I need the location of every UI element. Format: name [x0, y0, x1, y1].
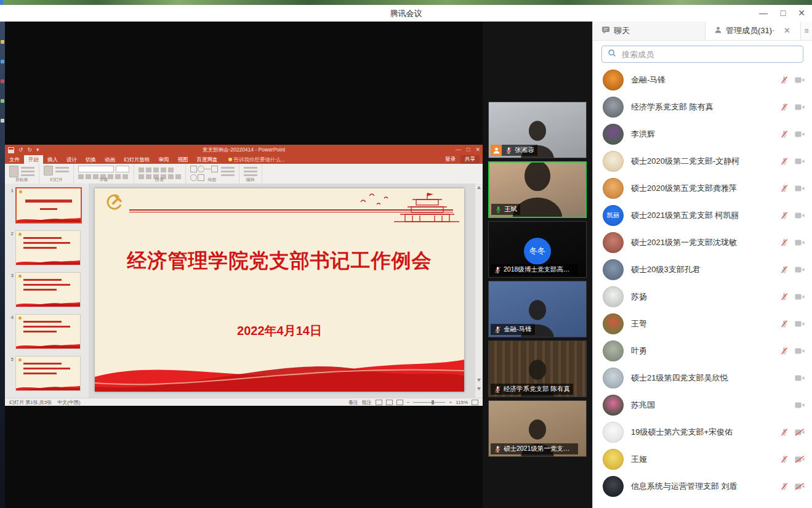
mic-muted-icon[interactable] [780, 428, 789, 437]
ribbon-group-1[interactable]: 幻灯片 [39, 164, 74, 183]
mic-muted-icon[interactable] [780, 320, 789, 328]
member-row[interactable]: 硕士2020级第五党支部龚雅萍 [593, 175, 812, 202]
more-options-icon[interactable]: ⋯ [766, 22, 776, 40]
slide-scrollbar[interactable] [475, 183, 483, 398]
slide-thumbnail-4[interactable] [15, 314, 81, 349]
video-tile-4[interactable]: 金融-马锋 [488, 281, 587, 337]
mic-muted-icon[interactable] [780, 130, 789, 139]
camera-off-icon[interactable] [795, 293, 805, 300]
camera-off-icon[interactable] [795, 158, 805, 165]
ppt-tab-file[interactable]: 文件 [5, 155, 24, 164]
panel-menu-strip[interactable]: ≡ [800, 22, 812, 40]
mic-muted-icon[interactable] [780, 157, 789, 166]
tab-chat[interactable]: 聊天 [593, 22, 705, 40]
zoom-in-icon[interactable]: + [449, 400, 452, 405]
camera-off-icon[interactable] [795, 239, 805, 246]
mic-muted-icon[interactable] [780, 292, 789, 301]
slide-thumbnail-5[interactable] [15, 356, 81, 391]
member-row[interactable]: 王娅 [593, 446, 812, 473]
camera-off-icon[interactable] [795, 320, 805, 328]
mic-muted-icon[interactable] [780, 265, 789, 274]
member-list[interactable]: 金融-马锋 经济学系党支部 陈有真 李洪辉 硕士2020级 [593, 65, 812, 500]
ppt-tab-9[interactable]: 百度网盘 [193, 155, 222, 164]
ppt-tab-1[interactable]: 开始 [24, 155, 43, 164]
mic-muted-icon[interactable] [780, 103, 789, 111]
camera-off-icon[interactable] [795, 347, 805, 355]
ppt-tab-7[interactable]: 审阅 [155, 155, 174, 164]
ribbon-group-0[interactable]: 剪贴板 [5, 164, 39, 183]
hamburger-icon[interactable]: ≡ [804, 26, 808, 35]
camera-off-icon[interactable] [795, 131, 805, 138]
member-row[interactable]: 硕士20级3支部孔君 [593, 256, 812, 283]
video-tile-2[interactable]: 王斌 [488, 161, 587, 218]
member-row[interactable]: 信息系统与运营管理支部 刘盾 [593, 473, 812, 500]
camera-off-icon[interactable] [795, 76, 805, 84]
reading-view-icon[interactable] [396, 400, 403, 405]
slide-sorter-view-icon[interactable] [386, 400, 393, 405]
member-row[interactable]: 苏扬 [593, 283, 812, 310]
mic-muted-icon[interactable] [780, 211, 789, 220]
tab-members[interactable]: 管理成员(31) ⋯ ✕ [705, 22, 800, 40]
ribbon-group-5[interactable]: 编辑 [239, 164, 262, 183]
camera-muted-icon[interactable] [795, 429, 805, 436]
camera-off-icon[interactable] [795, 401, 805, 409]
member-row[interactable]: 19级硕士第六党支部+宋俊佑 [593, 419, 812, 446]
member-row[interactable]: 凯丽 硕士2021级第五党支部 柯凯丽 [593, 202, 812, 229]
camera-off-icon[interactable] [795, 212, 805, 219]
ppt-tab-6[interactable]: 幻灯片放映 [119, 155, 155, 164]
ribbon-group-4[interactable]: 绘图 [186, 164, 239, 183]
camera-muted-icon[interactable] [795, 456, 805, 463]
ribbon-group-3[interactable]: 段落 [134, 164, 186, 183]
mic-muted-icon[interactable] [780, 347, 789, 355]
next-slide-icon[interactable] [477, 387, 481, 390]
slide-thumbnail-panel[interactable]: 1 2 3 4 5 [5, 183, 89, 398]
ppt-tab-2[interactable]: 插入 [43, 155, 62, 164]
close-button[interactable]: ✕ [792, 5, 811, 22]
member-row[interactable]: 硕士2020级第二党支部-文静柯 [593, 148, 812, 175]
member-row[interactable]: 硕士21级第四党支部吴欣悦 [593, 365, 812, 392]
member-row[interactable]: 王哿 [593, 310, 812, 337]
language-indicator[interactable]: 中文(中国) [57, 399, 80, 406]
ribbon-group-2[interactable]: 字体 [74, 164, 134, 183]
camera-off-icon[interactable] [795, 103, 805, 111]
zoom-out-icon[interactable]: − [407, 400, 410, 405]
member-row[interactable]: 叶勇 [593, 337, 812, 365]
ppt-tab-5[interactable]: 动画 [100, 155, 119, 164]
minimize-button[interactable]: — [754, 5, 773, 22]
mic-muted-icon[interactable] [780, 455, 789, 464]
fit-slide-icon[interactable] [472, 400, 478, 405]
normal-view-icon[interactable] [376, 400, 382, 405]
video-tile-5[interactable]: 经济学系党支部 陈有真 [488, 341, 587, 397]
ppt-maximize-icon[interactable]: □ [467, 145, 470, 155]
maximize-button[interactable]: □ [774, 5, 792, 22]
member-row[interactable]: 李洪辉 [593, 121, 812, 148]
mic-muted-icon[interactable] [780, 76, 789, 84]
ppt-minimize-icon[interactable]: — [456, 145, 461, 155]
search-box[interactable] [601, 46, 803, 63]
ppt-tab-4[interactable]: 切换 [81, 155, 100, 164]
slide-thumbnail-3[interactable] [15, 272, 81, 307]
camera-off-icon[interactable] [795, 266, 805, 273]
notes-button[interactable]: 备注 [348, 399, 358, 406]
sign-in-link[interactable]: 登录 [445, 156, 456, 163]
video-tile-6[interactable]: 硕士2021级第一党支部... [488, 400, 587, 457]
tell-me-box[interactable]: 告诉我你想要做什么... [228, 155, 286, 164]
scroll-up-icon[interactable] [477, 186, 481, 189]
slide-thumbnail-1[interactable] [15, 187, 82, 224]
ppt-close-icon[interactable]: ✕ [475, 145, 480, 155]
member-row[interactable]: 经济学系党支部 陈有真 [593, 94, 812, 121]
video-tile-1[interactable]: 张湘蓉 [488, 102, 587, 158]
comments-button[interactable]: 批注 [362, 399, 372, 406]
mic-muted-icon[interactable] [780, 184, 789, 193]
zoom-level[interactable]: 115% [456, 400, 468, 405]
share-button[interactable]: 共享 [460, 155, 480, 164]
mic-muted-icon[interactable] [780, 482, 789, 491]
video-tile-3[interactable]: 冬冬 2018级博士党支部高冬冬 [488, 221, 587, 278]
zoom-slider[interactable] [413, 402, 445, 403]
panel-close-icon[interactable]: ✕ [784, 22, 790, 40]
ppt-tab-8[interactable]: 视图 [174, 155, 193, 164]
slide-thumbnail-2[interactable] [15, 230, 81, 265]
ppt-tab-3[interactable]: 设计 [62, 155, 81, 164]
camera-muted-icon[interactable] [795, 483, 805, 490]
mic-muted-icon[interactable] [780, 238, 789, 247]
